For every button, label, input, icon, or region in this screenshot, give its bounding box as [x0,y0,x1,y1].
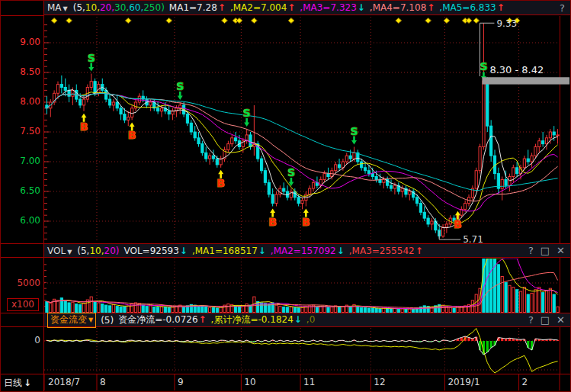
indicator-value: ,MA3=255542 [349,246,415,256]
sell-arrow-icon [178,92,183,100]
fundflow-indicator-header: 资金流变▼ (5) 资金净流=-0.0726↑,累计净流=-0.1824↓,0 … [44,313,570,327]
candle [401,188,403,191]
candle [309,188,311,194]
candle [149,102,152,105]
candle [505,179,507,185]
event-diamond-icon[interactable] [288,18,294,24]
volume-bar [149,306,152,313]
arrow-down-icon: ↓ [337,246,345,256]
event-diamond-icon[interactable] [466,18,472,24]
indicator-value: 资金净流=-0.0726 [118,314,197,325]
candle [431,221,433,224]
candle [523,159,525,168]
indicator-param: (5, [73,2,85,13]
close-icon[interactable]: ✕ [557,314,565,326]
candle [335,165,337,171]
event-diamond-markers [51,18,520,24]
volume-bar [505,282,507,312]
volume-bar [72,302,74,312]
sell-marker: S [88,52,95,64]
event-diamond-icon[interactable] [444,18,450,24]
candle [79,99,82,105]
fund-values: 资金净流=-0.0726↑,累计净流=-0.1824↓,0 [114,313,315,326]
event-diamond-icon[interactable] [425,18,431,24]
arrow-up-icon: ↑ [497,2,505,13]
volume-bar [542,293,544,313]
candle [227,144,229,150]
candle [501,179,503,188]
time-axis-label: 8 [100,377,106,387]
candle [120,108,122,114]
candle [512,168,515,177]
stock-chart-window: SSSSSSBBBBBB8.30 - 8.429.335.71 MA▼ (5,1… [0,0,571,392]
indicator-value: ,MA4=7.108 [370,2,426,13]
event-diamond-icon[interactable] [125,18,131,24]
indicator-param: (5, [77,246,89,256]
volume-bar [157,307,159,313]
fundflow-indicator-selector[interactable]: 资金流变▼ [47,313,96,328]
volume-bar [412,309,415,312]
fund-params: (5) [101,315,114,326]
volume-bar [405,309,407,312]
arrow-down-icon: ↓ [358,2,365,13]
period-selector[interactable]: 日线↓ [4,377,31,390]
volume-bar [316,307,318,312]
event-diamond-icon[interactable] [251,18,257,24]
fundflow-bar [490,341,492,348]
volume-bar [212,308,214,313]
sell-marker: S [176,80,184,92]
volume-bar [238,307,240,312]
candle [112,102,114,105]
candle [538,141,541,147]
candle [490,126,492,156]
arrow-down-icon: ↓ [24,378,31,388]
candle [60,85,63,88]
volume-bar [534,290,537,313]
volume-bar [323,307,326,313]
event-diamond-icon[interactable] [66,18,72,24]
event-diamond-icon[interactable] [473,18,480,24]
help-icon[interactable]: ? [528,314,534,326]
close-icon[interactable]: ✕ [557,245,565,256]
maximize-icon[interactable]: □ [541,245,550,256]
volume-bar [423,306,425,313]
ma-indicator-selector[interactable]: MA▼ [47,2,68,13]
help-icon[interactable]: ? [528,245,534,256]
maximize-icon[interactable]: □ [541,314,550,326]
volume-bar [379,309,381,313]
candle [283,188,285,191]
event-diamond-icon[interactable] [396,18,402,24]
candle [371,174,374,177]
vol-indicator-selector[interactable]: VOL▼ [47,246,72,256]
candle [168,111,170,114]
volume-bar [297,308,300,313]
volume-bar [331,307,333,312]
help-icon[interactable]: ? [560,2,565,14]
volume-bar [101,304,104,313]
event-diamond-icon[interactable] [166,18,172,24]
candle [172,111,174,114]
event-diamond-icon[interactable] [222,18,228,24]
indicator-value: ,累计净流=-0.1824 [211,314,294,325]
ma-params: (5,10,20,30,60,250) [73,2,165,13]
volume-bar [449,307,451,312]
price-range-band [482,77,569,84]
candle [186,114,188,124]
price-axis-label: 9.00 [1,37,40,47]
arrow-up-icon: ↑ [415,246,423,256]
volume-bar [79,304,82,312]
candle [464,204,467,210]
fundflow-bar [486,341,489,352]
chevron-down-icon: ▼ [67,249,72,255]
volume-bar [319,307,322,312]
sell-arrow-icon [88,63,94,72]
candle [131,108,133,117]
indicator-param: 250) [143,2,165,13]
volume-bar [486,259,489,313]
volume-bar [134,303,136,313]
event-diamond-icon[interactable] [236,18,242,24]
time-axis-label: 11 [303,377,315,387]
sell-arrow-icon [244,118,249,127]
candle [249,135,252,147]
event-diamond-icon[interactable] [51,18,57,24]
